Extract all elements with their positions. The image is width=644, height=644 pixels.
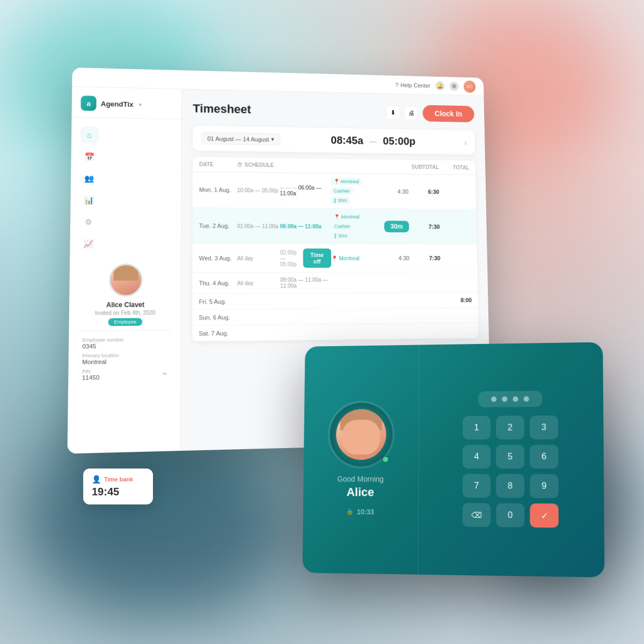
key-6[interactable]: 6 (530, 445, 558, 469)
sidebar-logo: a AgendTix ▾ (72, 96, 182, 120)
pin-display (478, 391, 542, 407)
key-1[interactable]: 1 (463, 416, 491, 440)
terminal-greeting: Good Morning (337, 474, 384, 483)
navigate-icon[interactable]: › (464, 138, 467, 147)
key-confirm[interactable]: ✓ (530, 503, 559, 528)
col-date: Date (199, 162, 237, 168)
time-start: 08:45a (331, 134, 363, 147)
row-schedule: 01:00a — 11:00a (237, 223, 280, 229)
clock-col-icon: ⏱ (237, 162, 243, 167)
timebank-icon: 👤 (92, 475, 101, 484)
dropdown-arrow-icon: ▾ (271, 136, 274, 143)
punch-tags: 📍 Montreal Cashier ‖ 30m (331, 213, 373, 240)
row-total: 7:30 (409, 223, 440, 230)
terminal-right: 1 2 3 4 5 6 7 8 9 ⌫ 0 ✓ (418, 342, 604, 577)
table-row: Tue. 2 Aug. 01:00a — 11:00a 06:00a — 11:… (193, 208, 477, 244)
row-total: 7:30 (409, 255, 441, 261)
key-0[interactable]: 0 (496, 503, 524, 528)
row-date: Sat. 7 Aug. (199, 330, 237, 336)
col-schedule: ⏱ Schedule (237, 162, 280, 168)
help-center-link[interactable]: ? Help Center (396, 82, 430, 89)
edit-pin-icon[interactable]: ✏ (163, 370, 167, 377)
time-off-button[interactable]: Time off (303, 248, 331, 268)
notifications-icon[interactable]: 🔔 (435, 81, 444, 91)
nav-people-icon[interactable]: 👥 (80, 170, 98, 187)
location-value: Montreal (82, 357, 167, 365)
scene: ? Help Center 🔔 ⊞ AC a AgendTix (43, 27, 601, 590)
sidebar-profile: Alice Clavet Invited on Feb 4th, 2020 Em… (68, 259, 181, 397)
app-name: AgendTix (101, 99, 134, 108)
key-5[interactable]: 5 (496, 445, 524, 469)
terminal-time: 🔒 10:33 (346, 507, 374, 515)
row-schedule: All day (237, 255, 280, 261)
duration-badge: 30m (384, 221, 409, 232)
key-9[interactable]: 9 (530, 474, 558, 498)
row-punches: 06:00a — 11:00a (280, 223, 331, 229)
pin-dot (513, 397, 518, 402)
grid-icon[interactable]: ⊞ (449, 82, 458, 91)
timebank-card: 👤 Time bank 19:45 (83, 469, 153, 504)
row-subtotal: 4:30 (373, 255, 409, 261)
row-total: 8:00 (441, 297, 472, 303)
keypad: 1 2 3 4 5 6 7 8 9 ⌫ 0 ✓ (463, 415, 559, 528)
row-date: Tue. 2 Aug. (199, 223, 237, 229)
time-display: 08:45a — 05:00p (289, 134, 457, 148)
col-subtotal: Subtotal (408, 164, 439, 170)
col-total: Total (439, 164, 470, 170)
terminal-avatar (335, 409, 386, 460)
terminal-left: Good Morning Alice 🔒 10:33 (302, 345, 419, 575)
row-punches: — — — 06:00a — 11:00a (280, 185, 331, 197)
dropdown-chevron-icon[interactable]: ▾ (139, 101, 142, 107)
profile-badge: Employee (108, 318, 142, 326)
user-avatar-small[interactable]: AC (464, 80, 476, 92)
nav-chart-icon[interactable]: 📈 (79, 235, 97, 253)
titlebar-actions: ? Help Center 🔔 ⊞ AC (395, 78, 475, 92)
print-icon-btn[interactable]: 🖨 (404, 106, 419, 120)
col-location (331, 163, 372, 170)
location-tag: 📍 Montreal (331, 213, 362, 221)
online-status-dot (382, 456, 389, 463)
pin-value: 11450 (82, 374, 100, 381)
timebank-value: 19:45 (92, 486, 144, 498)
clock-in-button[interactable]: Clock In (422, 105, 474, 122)
key-backspace[interactable]: ⌫ (463, 503, 491, 527)
row-date: Wed. 3 Aug. (199, 255, 237, 261)
row-date: Sun. 6 Aug. (199, 314, 237, 321)
profile-name: Alice Clavet (106, 301, 144, 309)
nav-home-icon[interactable]: ⌂ (80, 126, 99, 144)
row-date: Thu. 4 Aug. (199, 280, 237, 286)
sidebar: a AgendTix ▾ ⌂ 📅 👥 📊 ⚙ 📈 (67, 87, 182, 454)
row-subtotal: 4:30 (372, 188, 409, 195)
row-total: 6:30 (408, 188, 439, 195)
role-tag: Cashier (331, 187, 353, 195)
row-date: Fri. 5 Aug. (199, 298, 237, 305)
timesheet-table: Date ⏱ Schedule Subtotal Total Mon. 1 Au… (192, 157, 479, 341)
logo-icon: a (80, 96, 96, 111)
profile-sub: Invited on Feb 4th, 2020 (95, 310, 156, 316)
profile-avatar (108, 264, 142, 297)
pin-dot (491, 397, 496, 402)
location-tag: 📍 Montreal (331, 255, 373, 261)
col-role (372, 164, 408, 170)
time-range-section: 01 August — 14 August ▾ 08:45a — 05:00p … (193, 126, 475, 155)
key-8[interactable]: 8 (496, 474, 524, 498)
content-header: Timesheet ⬇ 🖨 Clock In (193, 100, 474, 122)
key-2[interactable]: 2 (496, 416, 524, 440)
nav-calendar-icon[interactable]: 📅 (80, 148, 98, 166)
location-tag: 📍 Montreal (331, 178, 362, 185)
table-row: Mon. 1 Aug. 10:00a — 05:00p — — — 06:00a… (193, 172, 476, 210)
key-4[interactable]: 4 (463, 445, 491, 469)
date-range-badge[interactable]: 01 August — 14 August ▾ (201, 132, 280, 145)
employee-number-value: 0345 (82, 342, 167, 349)
pin-dot (502, 397, 507, 402)
terminal-avatar-ring (330, 402, 393, 466)
key-3[interactable]: 3 (530, 415, 558, 440)
timebank-label: 👤 Time bank (92, 475, 144, 484)
nav-settings-icon[interactable]: ⚙ (79, 213, 98, 231)
key-7[interactable]: 7 (463, 474, 491, 497)
table-row: Sat. 7 Aug. (192, 323, 479, 342)
terminal-name: Alice (347, 485, 375, 499)
export-icon-btn[interactable]: ⬇ (385, 105, 400, 120)
nav-report-icon[interactable]: 📊 (79, 191, 98, 209)
help-icon: ? (396, 82, 399, 88)
